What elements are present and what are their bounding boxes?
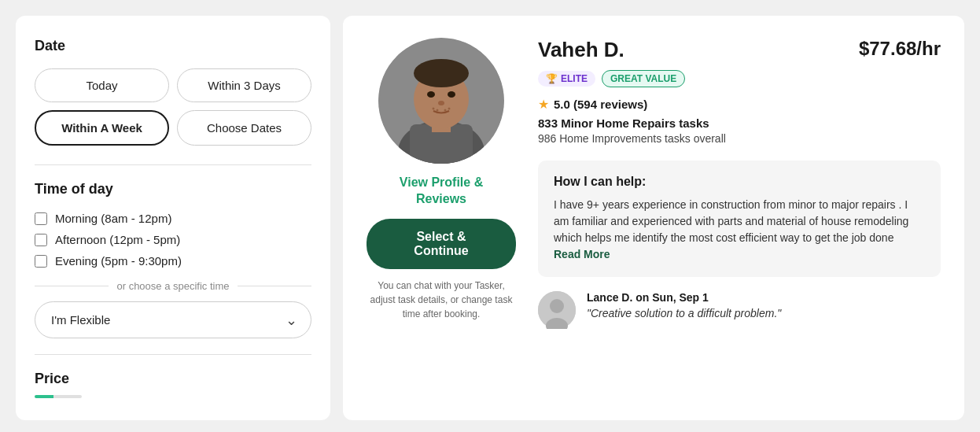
tasker-header: Vaheh D. $77.68/hr xyxy=(538,38,941,62)
great-value-badge: GREAT VALUE xyxy=(602,70,685,87)
price-section-title: Price xyxy=(35,371,311,387)
how-help-text: I have 9+ years experience in constructi… xyxy=(554,197,925,263)
morning-checkbox[interactable] xyxy=(35,212,47,225)
tasker-name: Vaheh D. xyxy=(538,38,624,62)
afternoon-checkbox[interactable] xyxy=(35,234,47,246)
reviewer-avatar-image xyxy=(538,291,576,329)
svg-point-5 xyxy=(414,59,469,87)
svg-point-11 xyxy=(444,109,447,112)
svg-point-10 xyxy=(437,109,439,112)
evening-checkbox[interactable] xyxy=(35,255,47,268)
star-icon: ★ xyxy=(538,97,549,112)
review-row: Lance D. on Sun, Sep 1 "Creative solutio… xyxy=(538,291,941,329)
svg-point-8 xyxy=(438,101,444,105)
select-continue-button[interactable]: Select & Continue xyxy=(367,219,516,269)
date-section-title: Date xyxy=(35,38,311,54)
evening-option[interactable]: Evening (5pm - 9:30pm) xyxy=(35,254,311,268)
time-checkbox-group: Morning (8am - 12pm) Afternoon (12pm - 5… xyxy=(35,212,311,268)
time-price-divider xyxy=(35,354,311,355)
booking-note: You can chat with your Tasker, adjust ta… xyxy=(367,279,516,321)
tasker-right: Vaheh D. $77.68/hr 🏆 ELITE GREAT VALUE ★… xyxy=(538,38,941,398)
tasker-rate: $77.68/hr xyxy=(859,38,941,60)
evening-label: Evening (5pm - 9:30pm) xyxy=(55,254,182,268)
badges-row: 🏆 ELITE GREAT VALUE xyxy=(538,70,941,87)
date-btn-today[interactable]: Today xyxy=(35,68,169,102)
how-i-can-help-box: How I can help: I have 9+ years experien… xyxy=(538,161,941,277)
afternoon-option[interactable]: Afternoon (12pm - 5pm) xyxy=(35,233,311,246)
time-section: Time of day Morning (8am - 12pm) Afterno… xyxy=(35,181,311,338)
svg-point-6 xyxy=(427,91,435,98)
date-time-divider xyxy=(35,164,311,165)
overall-tasks: 986 Home Improvements tasks overall xyxy=(538,132,941,145)
avatar xyxy=(378,38,504,164)
reviewer-name: Lance D. on Sun, Sep 1 xyxy=(587,291,781,304)
elite-badge: 🏆 ELITE xyxy=(538,71,595,87)
avatar-image xyxy=(378,38,504,164)
date-grid: Today Within 3 Days Within A Week Choose… xyxy=(35,68,311,146)
date-btn-within3days[interactable]: Within 3 Days xyxy=(177,68,311,102)
time-section-title: Time of day xyxy=(35,181,311,198)
review-content: Lance D. on Sun, Sep 1 "Creative solutio… xyxy=(587,291,781,319)
rating-row: ★ 5.0 (594 reviews) xyxy=(538,97,941,112)
svg-point-12 xyxy=(448,108,451,110)
svg-point-7 xyxy=(448,91,455,98)
tasker-left: View Profile &Reviews Select & Continue … xyxy=(367,38,516,398)
right-panel: View Profile &Reviews Select & Continue … xyxy=(343,16,964,420)
morning-option[interactable]: Morning (8am - 12pm) xyxy=(35,212,311,225)
flexible-select-wrapper: I'm Flexible ⌄ xyxy=(35,301,311,338)
date-btn-withinweek[interactable]: Within A Week xyxy=(35,110,169,146)
read-more-link[interactable]: Read More xyxy=(554,248,610,260)
tasks-count: 833 Minor Home Repairs tasks xyxy=(538,116,941,130)
review-text: "Creative solution to a difficult proble… xyxy=(587,307,781,319)
or-divider: or choose a specific time xyxy=(35,280,311,292)
flexible-time-select[interactable]: I'm Flexible xyxy=(35,301,311,338)
date-btn-choosedates[interactable]: Choose Dates xyxy=(177,110,311,146)
view-profile-link[interactable]: View Profile &Reviews xyxy=(400,175,483,208)
rating-score: 5.0 (594 reviews) xyxy=(554,98,647,111)
afternoon-label: Afternoon (12pm - 5pm) xyxy=(55,233,180,246)
price-bar xyxy=(35,395,82,398)
svg-point-14 xyxy=(550,299,564,313)
reviewer-avatar xyxy=(538,291,576,329)
morning-label: Morning (8am - 12pm) xyxy=(55,212,171,225)
trophy-icon: 🏆 xyxy=(546,73,558,84)
how-help-title: How I can help: xyxy=(554,175,925,189)
svg-point-9 xyxy=(433,108,435,110)
page-container: Date Today Within 3 Days Within A Week C… xyxy=(16,16,964,420)
left-panel: Date Today Within 3 Days Within A Week C… xyxy=(16,16,330,420)
